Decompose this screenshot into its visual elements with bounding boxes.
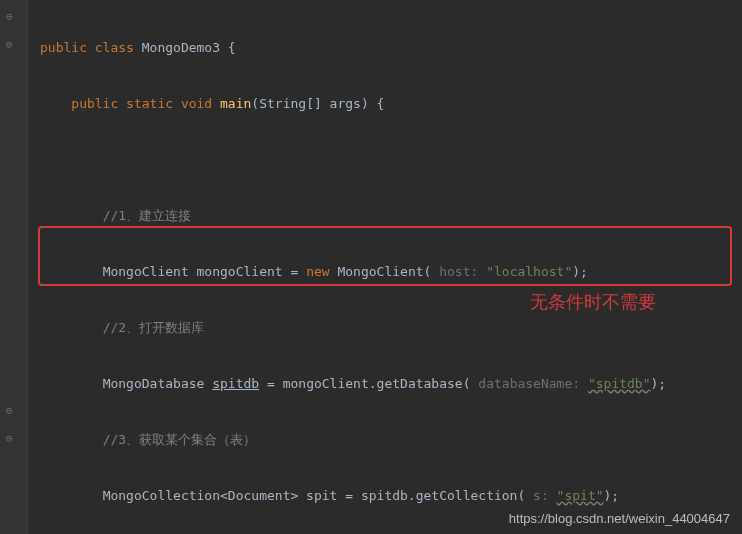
code-line: //1、建立连接 <box>28 202 742 230</box>
code-line: MongoDatabase spitdb = mongoClient.getDa… <box>28 370 742 398</box>
code-line: //3、获取某个集合（表） <box>28 426 742 454</box>
fold-icon[interactable]: ⊖ <box>6 38 13 51</box>
fold-icon[interactable]: ⊖ <box>6 404 13 417</box>
gutter: ⊖ ⊖ ⊖ ⊖ <box>0 0 28 534</box>
fold-icon[interactable]: ⊖ <box>6 432 13 445</box>
code-area[interactable]: public class MongoDemo3 { public static … <box>28 0 742 534</box>
code-editor: ⊖ ⊖ ⊖ ⊖ public class MongoDemo3 { public… <box>0 0 742 534</box>
code-line <box>28 146 742 174</box>
fold-icon[interactable]: ⊖ <box>6 10 13 23</box>
watermark: https://blog.csdn.net/weixin_44004647 <box>509 511 730 526</box>
annotation-text: 无条件时不需要 <box>530 290 656 314</box>
code-line: MongoClient mongoClient = new MongoClien… <box>28 258 742 286</box>
code-line: MongoCollection<Document> spit = spitdb.… <box>28 482 742 510</box>
code-line: //2、打开数据库 <box>28 314 742 342</box>
code-line: public class MongoDemo3 { <box>28 34 742 62</box>
code-line: public static void main(String[] args) { <box>28 90 742 118</box>
